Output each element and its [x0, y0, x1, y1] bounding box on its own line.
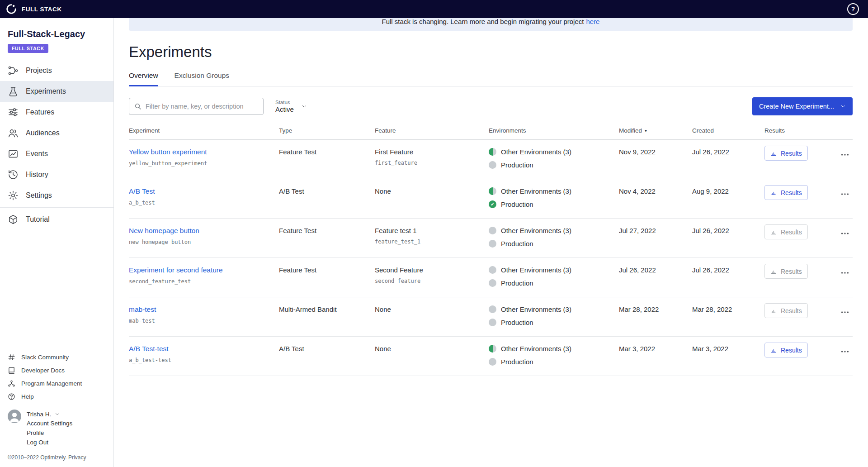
- feature-key: second_feature: [375, 278, 482, 284]
- row-menu-button[interactable]: [839, 186, 851, 202]
- kebab-icon: [840, 268, 850, 278]
- results-button[interactable]: Results: [764, 185, 808, 200]
- column-experiment[interactable]: Experiment: [129, 127, 279, 134]
- environment-label: Other Environments (3): [501, 227, 571, 234]
- type-cell: Feature Test: [279, 148, 375, 156]
- hash-icon: [8, 353, 15, 361]
- banner-here-link[interactable]: here: [586, 18, 599, 25]
- feature-name: Feature test 1: [375, 227, 482, 234]
- privacy-link[interactable]: Privacy: [68, 454, 86, 461]
- filter-input[interactable]: [146, 103, 258, 110]
- sidebar-item-label: Events: [26, 150, 48, 158]
- chevron-down-icon: [302, 104, 307, 109]
- experiment-link[interactable]: A/B Test-test: [129, 345, 169, 353]
- bar-chart-icon: [770, 229, 777, 235]
- sidebar-item-events[interactable]: Events: [0, 143, 113, 164]
- row-menu-button[interactable]: [839, 265, 851, 281]
- feature-cell: First Feature first_feature: [375, 148, 489, 166]
- results-button[interactable]: Results: [764, 303, 808, 318]
- environment-row: Other Environments (3): [489, 305, 613, 313]
- env-status-icon: [489, 319, 496, 326]
- environment-row: Production: [489, 319, 613, 326]
- sidebar-link-developer-docs[interactable]: Developer Docs: [8, 364, 106, 377]
- column-created[interactable]: Created: [692, 127, 764, 134]
- row-menu-button[interactable]: [839, 305, 851, 320]
- avatar: [8, 410, 21, 423]
- experiment-link[interactable]: A/B Test: [129, 187, 155, 195]
- sidebar-item-features[interactable]: Features: [0, 102, 113, 123]
- sidebar-link-slack-community[interactable]: Slack Community: [8, 351, 106, 364]
- column-type[interactable]: Type: [279, 127, 375, 134]
- sidebar-link-label: Help: [21, 393, 34, 400]
- sidebar-item-projects[interactable]: Projects: [0, 60, 113, 81]
- help-icon[interactable]: ?: [847, 3, 859, 15]
- environments-cell: Other Environments (3) Production: [489, 187, 619, 208]
- status-dropdown[interactable]: Status Active: [275, 100, 307, 113]
- tab-overview[interactable]: Overview: [129, 71, 158, 86]
- bar-chart-icon: [770, 307, 777, 314]
- experiment-link[interactable]: New homepage button: [129, 227, 199, 235]
- row-menu-cell: [839, 147, 853, 162]
- column-modified[interactable]: Modified ▾: [619, 127, 692, 134]
- results-button[interactable]: Results: [764, 146, 808, 161]
- results-button[interactable]: Results: [764, 343, 808, 357]
- user-name-toggle[interactable]: Trisha H.: [27, 410, 72, 419]
- environments-cell: Other Environments (3) Production: [489, 227, 619, 248]
- filter-box: [129, 98, 264, 115]
- chevron-down-icon: [55, 411, 60, 417]
- environment-label: Production: [501, 358, 533, 366]
- column-results[interactable]: Results: [764, 127, 833, 134]
- sidebar-link-program-management[interactable]: Program Management: [8, 377, 106, 390]
- table-row: Experiment for second feature second_fea…: [129, 258, 853, 297]
- environment-row: Production: [489, 200, 613, 208]
- results-button[interactable]: Results: [764, 264, 808, 279]
- cube-icon: [8, 214, 19, 225]
- sidebar-link-help[interactable]: Help: [8, 390, 106, 403]
- environment-row: Other Environments (3): [489, 266, 613, 274]
- sidebar-item-label: Experiments: [26, 87, 66, 95]
- experiment-key: a_b_test-test: [129, 357, 273, 363]
- experiment-link[interactable]: Yellow button experiment: [129, 148, 207, 156]
- sidebar-item-label: Projects: [26, 67, 52, 75]
- table-row: A/B Test-test a_b_test-test A/B Test Non…: [129, 337, 853, 376]
- created-cell: Jul 26, 2022: [692, 266, 764, 274]
- sidebar-item-audiences[interactable]: Audiences: [0, 123, 113, 143]
- toggles-icon: [8, 107, 19, 118]
- table-row: Yellow button experiment yellow_button_e…: [129, 140, 853, 179]
- sidebar-item-settings[interactable]: Settings: [0, 185, 113, 206]
- modified-cell: Mar 3, 2022: [619, 345, 692, 353]
- sidebar-item-history[interactable]: History: [0, 164, 113, 185]
- column-environments[interactable]: Environments: [489, 127, 619, 134]
- kebab-icon: [840, 150, 850, 160]
- row-menu-button[interactable]: [839, 344, 851, 359]
- row-menu-button[interactable]: [839, 147, 851, 162]
- feature-cell: Feature test 1 feature_test_1: [375, 227, 489, 245]
- user-name: Trisha H.: [27, 411, 51, 418]
- feature-key: first_feature: [375, 160, 482, 166]
- create-new-experiment-button[interactable]: Create New Experiment...: [752, 97, 853, 115]
- kebab-icon: [840, 229, 850, 238]
- results-button[interactable]: Results: [764, 224, 808, 239]
- profile-link[interactable]: Profile: [27, 428, 72, 438]
- sidebar-item-tutorial[interactable]: Tutorial: [0, 209, 113, 230]
- feature-cell: None: [375, 345, 489, 353]
- tab-exclusion-groups[interactable]: Exclusion Groups: [175, 71, 229, 86]
- results-button-label: Results: [781, 307, 802, 315]
- column-feature[interactable]: Feature: [375, 127, 489, 134]
- brand-home-link[interactable]: FULL STACK: [5, 3, 62, 15]
- env-status-icon: [489, 345, 496, 353]
- modified-cell: Jul 26, 2022: [619, 266, 692, 274]
- feature-name: None: [375, 305, 482, 313]
- brand-label: FULL STACK: [22, 6, 62, 13]
- feature-cell: Second Feature second_feature: [375, 266, 489, 284]
- logout-link[interactable]: Log Out: [27, 438, 72, 447]
- sidebar-item-label: Tutorial: [26, 215, 50, 224]
- created-cell: Aug 9, 2022: [692, 187, 764, 195]
- experiment-link[interactable]: mab-test: [129, 305, 156, 314]
- row-menu-button[interactable]: [839, 226, 851, 241]
- account-settings-link[interactable]: Account Settings: [27, 419, 72, 428]
- book-icon: [8, 367, 15, 374]
- experiment-link[interactable]: Experiment for second feature: [129, 266, 223, 274]
- feature-name: Second Feature: [375, 266, 482, 274]
- sidebar-item-experiments[interactable]: Experiments: [0, 81, 113, 102]
